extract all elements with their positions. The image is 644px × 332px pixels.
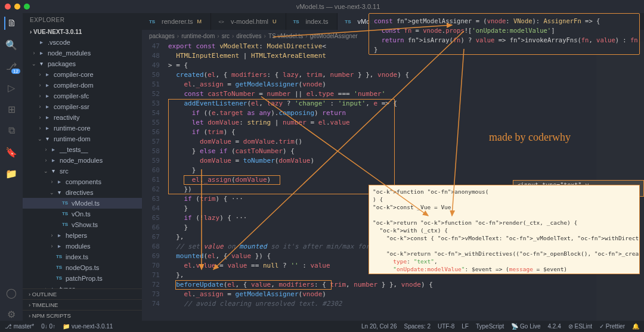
- editor: TSrenderer.tsM<>v-model.htmlUTSindex.tsT…: [142, 13, 644, 321]
- editor-tab[interactable]: TSrenderer.tsM: [142, 13, 211, 30]
- statusbar: ⎇ master* 0↓ 0↑ 📁 vue-next-3.0.11 Ln 20,…: [0, 321, 644, 332]
- explorer-icon[interactable]: 🗎: [4, 17, 17, 30]
- file-tree[interactable]: ▸.vscode›▸node_modules⌄▾packages›▸compil…: [23, 37, 142, 288]
- breadcrumb-item[interactable]: runtime-dom: [181, 33, 215, 39]
- tree-item[interactable]: TSvModel.ts: [23, 198, 142, 209]
- account-icon[interactable]: ◯: [5, 286, 18, 299]
- remote-icon[interactable]: ⧉: [5, 124, 18, 137]
- run-debug-icon[interactable]: ▷: [5, 81, 18, 94]
- snippet-overlay-compiled: "oc-k">function "oc-fn">anonymous( ) { "…: [369, 185, 640, 274]
- breadcrumb-item[interactable]: directives: [236, 33, 261, 39]
- watermark: made by coderwhy: [489, 131, 571, 144]
- tree-item[interactable]: ▸.vscode: [23, 37, 142, 48]
- tree-item[interactable]: ›▸components: [23, 176, 142, 187]
- git-branch[interactable]: ⎇ master*: [5, 323, 34, 330]
- editor-tab[interactable]: <>v-model.htmlU: [211, 13, 286, 30]
- tree-item[interactable]: ›▸runtime-core: [23, 123, 142, 134]
- bookmark-icon[interactable]: 🔖: [5, 145, 18, 159]
- outline-section[interactable]: › OUTLINE: [23, 288, 142, 299]
- activity-bar: 🗎 🔍 ⎇ ▷ ⊞ ⧉ 🔖 📁 ◯ ⚙: [0, 13, 23, 321]
- tree-item[interactable]: ⌄▾runtime-dom: [23, 134, 142, 144]
- prettier-status[interactable]: ✓ Prettier: [599, 323, 625, 330]
- tree-item[interactable]: ⌄▾directives: [23, 187, 142, 198]
- tree-item[interactable]: TSvShow.ts: [23, 219, 142, 230]
- version-status[interactable]: 4.2.4: [547, 323, 561, 330]
- snippet-overlay-top: const fn">getModelAssigner = (vnode: VNo…: [369, 13, 640, 55]
- sidebar-title: EXPLORER: [23, 13, 142, 27]
- tree-item[interactable]: ›▸compiler-ssr: [23, 101, 142, 112]
- zoom-icon[interactable]: [24, 4, 30, 10]
- line-gutter: 47 48 49 50 51 52 53 54 55 56 57 58 59 6…: [142, 42, 166, 309]
- breadcrumb-item[interactable]: src: [222, 33, 230, 39]
- tree-item[interactable]: TSpatchProp.ts: [23, 273, 142, 284]
- window-controls[interactable]: [5, 4, 30, 10]
- git-sync[interactable]: 0↓ 0↑: [41, 323, 55, 330]
- notifications-icon[interactable]: 🔔: [632, 323, 639, 330]
- tree-item[interactable]: ›▸types: [23, 284, 142, 288]
- tree-item[interactable]: TSvOn.ts: [23, 209, 142, 219]
- cursor-position[interactable]: Ln 20, Col 26: [361, 323, 397, 330]
- tree-item[interactable]: ›▸node_modules: [23, 155, 142, 166]
- editor-tab[interactable]: TSindex.ts: [286, 13, 338, 30]
- sidebar: EXPLORER › VUE-NEXT-3.0.11 ▸.vscode›▸nod…: [23, 13, 142, 321]
- source-control-icon[interactable]: ⎇: [5, 60, 18, 73]
- tree-item[interactable]: ›▸helpers: [23, 230, 142, 241]
- status-project[interactable]: 📁 vue-next-3.0.11: [63, 323, 113, 330]
- breadcrumb-item[interactable]: packages: [149, 33, 175, 39]
- breadcrumb-item[interactable]: TS vModel.ts: [268, 33, 303, 39]
- tree-item[interactable]: ›▸__tests__: [23, 144, 142, 155]
- tree-item[interactable]: ›▸modules: [23, 241, 142, 252]
- go-live[interactable]: 📡 Go Live: [511, 323, 540, 330]
- search-icon[interactable]: 🔍: [5, 38, 18, 51]
- window-title: vModel.ts — vue-next-3.0.11: [37, 3, 639, 10]
- extensions-icon[interactable]: ⊞: [5, 103, 18, 116]
- eslint-status[interactable]: ⊘ ESLint: [568, 323, 592, 330]
- folder-icon[interactable]: 📁: [5, 167, 18, 180]
- encoding-status[interactable]: UTF-8: [438, 323, 454, 330]
- tree-item[interactable]: ⌄▾src: [23, 166, 142, 176]
- language-status[interactable]: TypeScript: [476, 323, 504, 330]
- tree-item[interactable]: ›▸compiler-dom: [23, 80, 142, 91]
- titlebar: vModel.ts — vue-next-3.0.11: [0, 0, 644, 13]
- npm-scripts-section[interactable]: › NPM SCRIPTS: [23, 310, 142, 321]
- minimize-icon[interactable]: [14, 4, 20, 10]
- close-icon[interactable]: [5, 4, 11, 10]
- tree-item[interactable]: ⌄▾packages: [23, 58, 142, 69]
- tree-item[interactable]: ›▸node_modules: [23, 48, 142, 58]
- tree-item[interactable]: ›▸compiler-core: [23, 69, 142, 80]
- tree-item[interactable]: TSindex.ts: [23, 252, 142, 262]
- timeline-section[interactable]: › TIMELINE: [23, 299, 142, 310]
- eol-status[interactable]: LF: [462, 323, 469, 330]
- tree-item[interactable]: ›▸compiler-sfc: [23, 91, 142, 101]
- indent-status[interactable]: Spaces: 2: [404, 323, 430, 330]
- tree-item[interactable]: TSnodeOps.ts: [23, 262, 142, 273]
- settings-icon[interactable]: ⚙: [5, 308, 18, 321]
- breadcrumb-item[interactable]: getModelAssigner: [310, 33, 358, 39]
- sidebar-project[interactable]: › VUE-NEXT-3.0.11: [23, 27, 142, 37]
- tree-item[interactable]: ›▸reactivity: [23, 112, 142, 123]
